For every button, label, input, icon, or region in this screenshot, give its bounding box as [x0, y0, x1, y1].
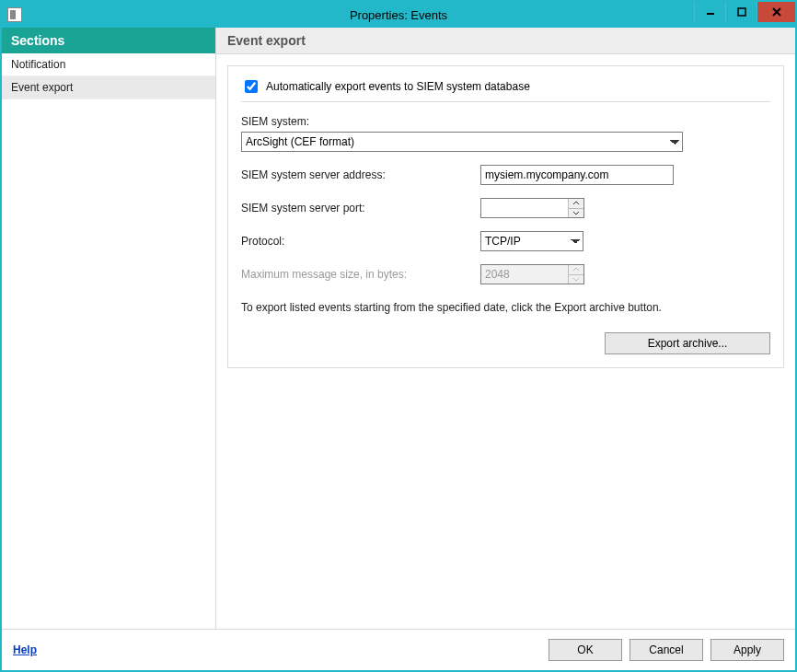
sidebar-item-label: Notification	[11, 58, 65, 71]
maximize-button[interactable]	[725, 2, 757, 22]
main: Event export Automatically export events…	[216, 28, 795, 629]
sidebar-item-notification[interactable]: Notification	[2, 53, 215, 76]
export-archive-button[interactable]: Export archive...	[605, 332, 770, 354]
dialog-window: Properties: Events Sections Notification	[0, 0, 797, 672]
minimize-button[interactable]	[694, 2, 725, 22]
protocol-label: Protocol:	[241, 235, 480, 248]
auto-export-checkbox[interactable]	[245, 80, 258, 93]
form-grid: SIEM system server address: SIEM system …	[241, 165, 770, 284]
protocol-select[interactable]: TCP/IP	[480, 231, 583, 251]
auto-export-row: Automatically export events to SIEM syst…	[241, 77, 770, 96]
sidebar-item-event-export[interactable]: Event export	[2, 76, 215, 99]
siem-system-field: SIEM system: ArcSight (CEF format)	[241, 115, 770, 152]
max-msg-size-spin-down	[569, 274, 583, 284]
siem-system-select[interactable]: ArcSight (CEF format)	[241, 132, 683, 152]
sidebar: Sections Notification Event export	[2, 28, 216, 629]
max-msg-size-input	[481, 265, 568, 284]
cancel-button[interactable]: Cancel	[630, 639, 703, 661]
max-msg-size-label: Maximum message size, in bytes:	[241, 268, 480, 281]
server-address-input[interactable]	[480, 165, 674, 185]
export-note: To export listed events starting from th…	[241, 301, 770, 314]
server-port-spin-down[interactable]	[569, 208, 583, 218]
server-port-spinner	[480, 198, 584, 218]
content-area: Automatically export events to SIEM syst…	[216, 54, 795, 629]
svg-rect-1	[738, 8, 745, 16]
chevron-down-icon	[572, 277, 580, 282]
server-port-input[interactable]	[481, 199, 568, 217]
chevron-down-icon	[572, 211, 580, 215]
chevron-up-icon	[572, 267, 580, 272]
window-controls	[694, 2, 795, 28]
help-link[interactable]: Help	[13, 643, 37, 656]
titlebar: Properties: Events	[2, 2, 795, 28]
server-port-label: SIEM system server port:	[241, 202, 480, 214]
window-title: Properties: Events	[2, 8, 795, 22]
siem-system-label: SIEM system:	[241, 115, 770, 128]
divider	[241, 101, 770, 102]
server-address-label: SIEM system server address:	[241, 168, 480, 181]
max-msg-size-spinner	[480, 264, 584, 284]
columns: Sections Notification Event export Event…	[2, 28, 795, 630]
app-icon	[7, 7, 22, 22]
footer: Help OK Cancel Apply	[2, 630, 795, 670]
apply-button[interactable]: Apply	[710, 639, 784, 661]
server-port-spin-buttons	[568, 199, 583, 217]
sidebar-item-label: Event export	[11, 81, 73, 94]
close-icon	[771, 6, 782, 17]
dialog-body: Sections Notification Event export Event…	[2, 28, 795, 670]
max-msg-size-spin-up	[569, 265, 583, 274]
max-msg-size-spin-buttons	[568, 265, 583, 284]
page-title: Event export	[216, 28, 795, 54]
ok-button[interactable]: OK	[549, 639, 622, 661]
settings-panel: Automatically export events to SIEM syst…	[227, 65, 784, 368]
chevron-up-icon	[572, 201, 580, 205]
minimize-icon	[706, 7, 715, 17]
close-button[interactable]	[757, 2, 795, 22]
sidebar-header: Sections	[2, 28, 215, 53]
maximize-icon	[737, 7, 746, 17]
server-port-spin-up[interactable]	[569, 199, 583, 208]
auto-export-label: Automatically export events to SIEM syst…	[266, 80, 530, 93]
export-button-row: Export archive...	[241, 332, 770, 354]
